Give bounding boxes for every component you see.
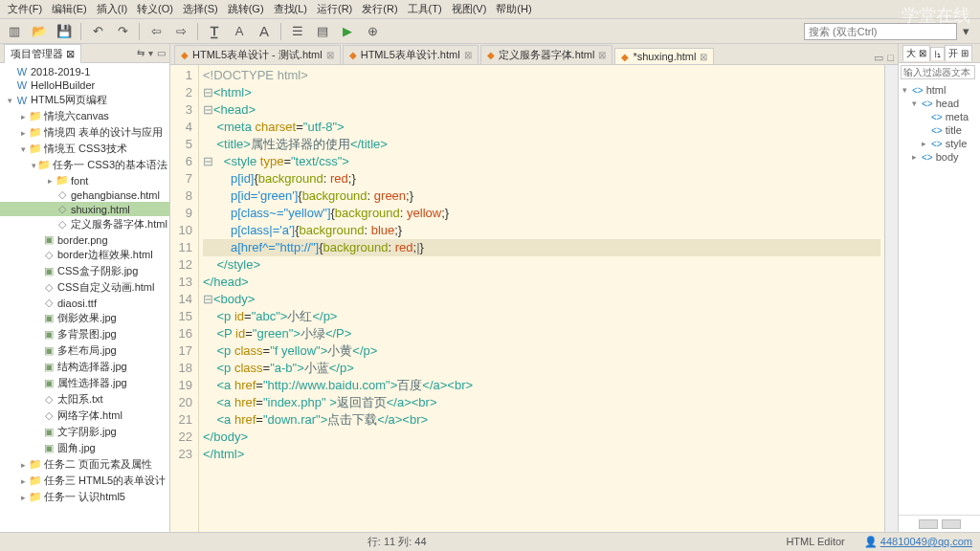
- outline-item[interactable]: <>title: [902, 123, 976, 137]
- tree-item[interactable]: ▸📁font: [0, 173, 169, 187]
- code-line[interactable]: p[class~="yellow"]{background: yellow;}: [203, 205, 880, 222]
- tree-item[interactable]: ▾📁情境五 CSS3技术: [0, 141, 169, 157]
- tree-item[interactable]: ◇网络字体.html: [0, 408, 169, 424]
- scrollbar-vertical[interactable]: [884, 65, 898, 532]
- tree-item[interactable]: ◇CSS自定义动画.html: [0, 279, 169, 296]
- search-dropdown-icon[interactable]: ▾: [957, 23, 974, 40]
- code-line[interactable]: </body>: [203, 429, 880, 446]
- close-icon[interactable]: ⊠: [326, 50, 334, 60]
- code-lines[interactable]: <!DOCTYPE html>⊟<html>⊟<head> <meta char…: [199, 65, 884, 532]
- code-line[interactable]: <a href="down.rar">点击下载</a><br>: [203, 411, 880, 429]
- code-line[interactable]: <p class="a-b">小蓝</p>: [203, 360, 880, 377]
- menu-item[interactable]: 选择(S): [179, 0, 222, 18]
- maximize-icon[interactable]: □: [887, 52, 894, 64]
- code-line[interactable]: p[id='green']{background: green;}: [203, 187, 880, 205]
- close-icon[interactable]: ⊠: [464, 50, 472, 60]
- menu-item[interactable]: 工具(T): [404, 0, 446, 18]
- run-icon[interactable]: ▶: [339, 23, 356, 40]
- close-icon[interactable]: ⊠: [700, 52, 707, 62]
- menu-item[interactable]: 视图(V): [448, 0, 491, 18]
- tree-item[interactable]: ▣CSS盒子阴影.jpg: [0, 263, 169, 279]
- menu-icon[interactable]: ▾: [148, 48, 153, 58]
- tree-item[interactable]: ▸📁情境四 表单的设计与应用: [0, 124, 169, 141]
- save-icon[interactable]: 💾: [56, 23, 73, 40]
- undo-icon[interactable]: ↶: [89, 23, 106, 40]
- outline-item[interactable]: ▸<>style: [902, 137, 976, 150]
- outline-tab[interactable]: ⁞₁: [930, 47, 945, 60]
- code-line[interactable]: <a href="index.php" >返回首页</a><br>: [203, 394, 880, 411]
- align-icon[interactable]: ☰: [289, 23, 306, 40]
- open-icon[interactable]: 📂: [31, 23, 48, 40]
- editor-tab[interactable]: ◆HTML5表单设计 - 测试.html⊠: [174, 45, 341, 64]
- code-line[interactable]: ⊟ <style type="text/css">: [203, 153, 880, 170]
- outline-tab[interactable]: 开 ⊞: [945, 45, 972, 61]
- code-line[interactable]: p[class|='a']{background: blue;}: [203, 222, 880, 239]
- tree-item[interactable]: ◇border边框效果.html: [0, 247, 169, 263]
- tree-item[interactable]: WHelloHBuilder: [0, 78, 169, 92]
- code-line[interactable]: ⊟<body>: [203, 291, 880, 308]
- menu-item[interactable]: 查找(L): [270, 0, 311, 18]
- tree-item[interactable]: ◇shuxing.html: [0, 202, 169, 216]
- outline-tree[interactable]: ▾<>html▾<>head<>meta<>title▸<>style▸<>bo…: [899, 81, 980, 515]
- minimize-icon[interactable]: ▭: [874, 52, 883, 64]
- tree-item[interactable]: ▸📁任务一 认识html5: [0, 489, 169, 505]
- tree-item[interactable]: ▣border.png: [0, 232, 169, 247]
- code-line[interactable]: <title>属性选择器的使用</title>: [203, 136, 880, 153]
- font-large-icon[interactable]: A: [256, 23, 273, 40]
- link-icon[interactable]: ⇆: [137, 48, 145, 58]
- editor-tab[interactable]: ◆定义服务器字体.html⊠: [480, 45, 613, 64]
- tree-item[interactable]: ◇diaosi.ttf: [0, 296, 169, 310]
- tree-item[interactable]: ▾WHTML5网页编程: [0, 92, 169, 108]
- outline-tab[interactable]: 大 ⊠: [902, 45, 930, 61]
- search-input[interactable]: [804, 23, 957, 40]
- code-line[interactable]: <!DOCTYPE html>: [203, 67, 880, 84]
- font-small-icon[interactable]: A: [231, 23, 248, 40]
- menu-item[interactable]: 帮助(H): [492, 0, 535, 18]
- user-email[interactable]: 44810049@qq.com: [880, 536, 972, 547]
- config-icon[interactable]: ▤: [314, 23, 331, 40]
- sidebar-title[interactable]: 项目管理器 ⊠: [4, 44, 81, 63]
- editor-tab[interactable]: ◆*shuxing.html⊠: [614, 48, 714, 64]
- code-line[interactable]: </style>: [203, 256, 880, 274]
- tree-item[interactable]: ▸📁情境六canvas: [0, 108, 169, 124]
- new-icon[interactable]: ▥: [6, 23, 23, 40]
- menu-item[interactable]: 发行(R): [358, 0, 401, 18]
- font-icon[interactable]: T̲: [206, 23, 223, 40]
- tree-item[interactable]: ◇gehangbianse.html: [0, 187, 169, 202]
- minimize-icon[interactable]: ▭: [157, 48, 166, 58]
- code-line[interactable]: ⊟<head>: [203, 101, 880, 119]
- menu-item[interactable]: 编辑(E): [48, 0, 91, 18]
- code-line[interactable]: <p id="abc">小红</p>: [203, 308, 880, 325]
- code-line[interactable]: a[href^="http://"]{background: red;|}: [203, 239, 880, 256]
- tree-item[interactable]: ▣圆角.jpg: [0, 440, 169, 456]
- code-line[interactable]: </html>: [203, 446, 880, 463]
- menu-item[interactable]: 插入(I): [93, 0, 131, 18]
- menu-item[interactable]: 跳转(G): [224, 0, 268, 18]
- outline-item[interactable]: ▸<>body: [902, 150, 976, 164]
- back-icon[interactable]: ⇦: [147, 23, 165, 40]
- code-line[interactable]: <meta charset="utf-8">: [203, 119, 880, 136]
- tree-item[interactable]: ▣多背景图.jpg: [0, 326, 169, 342]
- menu-item[interactable]: 转义(O): [133, 0, 177, 18]
- tree-item[interactable]: ▣属性选择器.jpg: [0, 375, 169, 391]
- tree-item[interactable]: ◇太阳系.txt: [0, 391, 169, 408]
- outline-item[interactable]: <>meta: [902, 110, 976, 123]
- browser-icon[interactable]: ⊕: [364, 23, 381, 40]
- outline-item[interactable]: ▾<>html: [902, 83, 976, 97]
- code-line[interactable]: <a href="http://www.baidu.com">百度</a><br…: [203, 377, 880, 394]
- tree-item[interactable]: W2018-2019-1: [0, 65, 169, 78]
- code-line[interactable]: p[id]{background: red;}: [203, 170, 880, 187]
- forward-icon[interactable]: ⇨: [172, 23, 189, 40]
- code-line[interactable]: <p class="f yellow">小黄</p>: [203, 342, 880, 360]
- outline-filter-input[interactable]: [901, 65, 975, 79]
- tree-item[interactable]: ▣倒影效果.jpg: [0, 310, 169, 326]
- menu-item[interactable]: 运行(R): [313, 0, 356, 18]
- outline-item[interactable]: ▾<>head: [902, 97, 976, 110]
- tree-item[interactable]: ▸📁任务二 页面元素及属性: [0, 456, 169, 473]
- menu-item[interactable]: 文件(F): [4, 0, 46, 18]
- tree-item[interactable]: ◇定义服务器字体.html: [0, 216, 169, 232]
- tree-item[interactable]: ▣结构选择器.jpg: [0, 359, 169, 375]
- tree-item[interactable]: ▸📁任务三 HTML5的表单设计: [0, 473, 169, 489]
- file-tree[interactable]: W2018-2019-1WHelloHBuilder▾WHTML5网页编程▸📁情…: [0, 63, 169, 532]
- code-line[interactable]: ⊟<html>: [203, 84, 880, 101]
